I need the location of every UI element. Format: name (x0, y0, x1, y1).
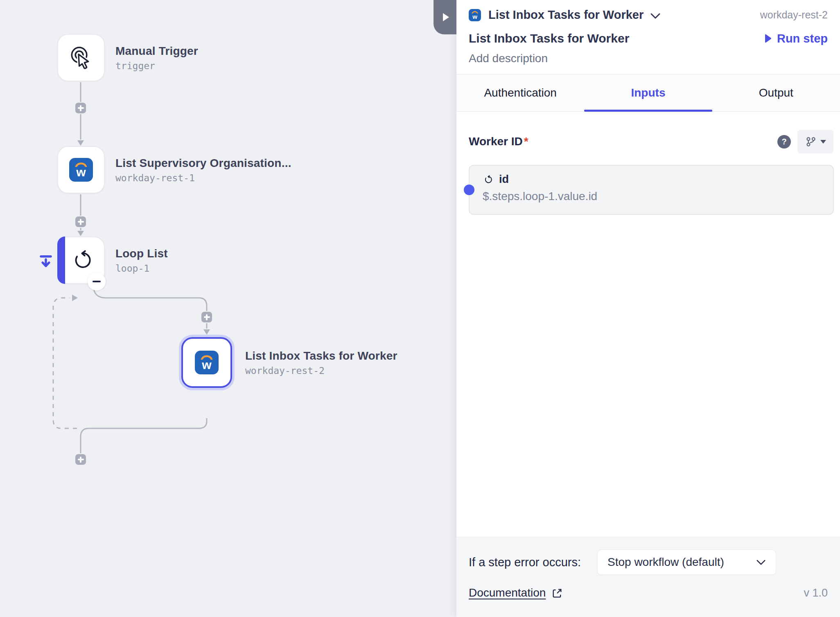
node-loop-1[interactable] (57, 236, 105, 284)
node-workday-rest-2-selected[interactable]: w (181, 337, 232, 388)
node-title: List Supervisory Organisation... (115, 157, 291, 170)
loop-accent-bar (57, 236, 65, 284)
step-title: List Inbox Tasks for Worker (469, 32, 629, 45)
panel-header: w List Inbox Tasks for Worker workday-re… (456, 0, 840, 22)
add-step-button[interactable] (75, 216, 86, 227)
tab-authentication[interactable]: Authentication (456, 74, 584, 111)
chevron-down-icon (756, 559, 766, 565)
collapse-loop-icon[interactable] (39, 254, 53, 271)
required-marker: * (524, 135, 528, 148)
node-step-id: trigger (115, 61, 198, 71)
error-behavior-value: Stop workflow (default) (607, 556, 724, 569)
collapse-panel-icon (443, 13, 449, 21)
loop-token-icon (483, 174, 494, 185)
add-step-button[interactable] (75, 103, 86, 113)
token-path: $.steps.loop-1.value.id (483, 190, 833, 203)
node-manual-trigger[interactable] (57, 34, 105, 81)
node-step-id: loop-1 (115, 263, 168, 274)
node-step-id: workday-rest-2 (245, 365, 397, 376)
worker-id-input[interactable]: id $.steps.loop-1.value.id (469, 165, 834, 215)
loop-icon (70, 247, 96, 273)
collapse-panel-button[interactable] (434, 0, 456, 34)
run-step-button[interactable]: Run step (764, 32, 828, 45)
play-icon (764, 34, 772, 43)
node-workday-rest-1[interactable]: w (57, 146, 105, 194)
worker-id-label: Worker ID (469, 135, 523, 148)
workday-icon: w (469, 9, 481, 21)
field-source-dropdown[interactable] (797, 130, 833, 153)
step-id-label: workday-rest-2 (760, 9, 828, 21)
add-description[interactable]: Add description (456, 45, 840, 74)
mapping-dot[interactable] (464, 185, 474, 195)
cursor-click-icon (68, 45, 94, 70)
node-title: Loop List (115, 247, 168, 260)
panel-footer: If a step error occurs: Stop workflow (d… (456, 537, 840, 617)
caret-down-icon (820, 140, 826, 144)
token-name: id (499, 173, 509, 186)
git-branch-icon (805, 136, 816, 147)
selected-node-halo: w (179, 335, 235, 390)
help-icon[interactable]: ? (777, 135, 791, 149)
documentation-link[interactable]: Documentation (469, 586, 563, 599)
chevron-down-icon[interactable] (650, 13, 661, 19)
add-step-button[interactable] (75, 454, 86, 465)
run-step-label: Run step (777, 32, 828, 45)
workday-icon: w (195, 351, 219, 374)
error-behavior-label: If a step error occurs: (469, 556, 581, 569)
version-label: v 1.0 (804, 587, 828, 599)
error-behavior-select[interactable]: Stop workflow (default) (597, 549, 776, 575)
node-title: Manual Trigger (115, 45, 198, 58)
tab-inputs[interactable]: Inputs (584, 74, 712, 111)
collapse-loop-button[interactable] (88, 272, 106, 290)
node-step-id: workday-rest-1 (115, 173, 291, 183)
workflow-connectors (0, 0, 456, 617)
external-link-icon (551, 588, 563, 599)
step-config-panel: w List Inbox Tasks for Worker workday-re… (456, 0, 840, 617)
tab-output[interactable]: Output (712, 74, 840, 111)
panel-tabs: Authentication Inputs Output (456, 74, 840, 112)
node-title: List Inbox Tasks for Worker (245, 349, 397, 363)
workflow-canvas[interactable]: Manual Trigger trigger w List Supervisor… (0, 0, 456, 617)
action-selector[interactable]: List Inbox Tasks for Worker (488, 8, 644, 22)
workday-icon: w (69, 158, 93, 182)
add-step-button[interactable] (201, 312, 212, 322)
